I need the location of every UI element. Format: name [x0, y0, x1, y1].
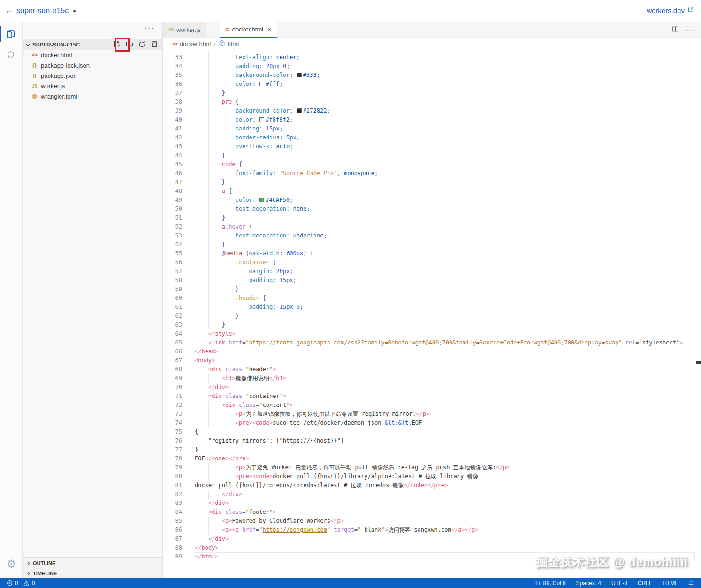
- code-line[interactable]: 81docker pull {{host}}/coredns/coredns:l…: [163, 481, 696, 490]
- vertical-scrollbar[interactable]: [696, 50, 701, 578]
- breadcrumb-symbol[interactable]: html: [219, 40, 239, 48]
- code-line[interactable]: 72 <div class="content">: [163, 401, 696, 410]
- code-line[interactable]: 48 a {: [163, 187, 696, 196]
- code-line[interactable]: 53 text-decoration: underline;: [163, 231, 696, 240]
- status-crlf[interactable]: CRLF: [638, 580, 652, 587]
- code-line[interactable]: 83 </div>: [163, 499, 696, 508]
- code-line[interactable]: 35 background-color: #333;: [163, 71, 696, 80]
- tab-docker.html[interactable]: <>docker.html×: [220, 22, 277, 38]
- code-line[interactable]: 76 "registry-mirrors": ["https://{{host}…: [163, 436, 696, 445]
- code-line[interactable]: 70 </div>: [163, 383, 696, 392]
- file-item-docker.html[interactable]: <>docker.html: [23, 50, 162, 60]
- code-line[interactable]: 41 padding: 15px;: [163, 124, 696, 133]
- code-line[interactable]: 69 <h1>镜像使用说明</h1>: [163, 374, 696, 383]
- code-line[interactable]: 55 @media (max-width: 600px) {: [163, 249, 696, 258]
- code-line[interactable]: 80 <pre><code>docker pull {{host}}/libra…: [163, 472, 696, 481]
- code-line[interactable]: 51 }: [163, 214, 696, 222]
- code-line[interactable]: 46 font-family: 'Source Code Pro', monos…: [163, 169, 696, 178]
- code-line[interactable]: 49 color: #4CAF50;: [163, 196, 696, 205]
- status-ln-89-col-8[interactable]: Ln 89, Col 8: [535, 580, 566, 587]
- workers-dev-link[interactable]: workers.dev: [647, 7, 685, 15]
- code-line[interactable]: 68 <div class="header">: [163, 365, 696, 374]
- code-line[interactable]: 39 background-color: #272822;: [163, 107, 696, 115]
- code-line[interactable]: 33 text-align: center;: [163, 53, 696, 62]
- breadcrumb-file[interactable]: <> docker.html: [173, 40, 211, 47]
- line-number: 49: [163, 196, 195, 205]
- code-line[interactable]: 61 padding: 15px 0;: [163, 303, 696, 312]
- collapse-all-icon[interactable]: [151, 41, 158, 48]
- code-line[interactable]: 75{: [163, 428, 696, 436]
- file-item-worker.js[interactable]: JSworker.js: [23, 81, 162, 91]
- code-line[interactable]: 86 <p><a href="https://songxwn.com" targ…: [163, 526, 696, 535]
- file-item-package.json[interactable]: {}package.json: [23, 70, 162, 81]
- code-line[interactable]: 63 }: [163, 321, 696, 329]
- external-link-icon[interactable]: [687, 6, 694, 15]
- file-item-package-lock.json[interactable]: {}package-lock.json: [23, 60, 162, 70]
- code-line[interactable]: 67<body>: [163, 356, 696, 365]
- code-line[interactable]: 85 <p>Powered by Cloudflare Workers</p>: [163, 517, 696, 526]
- code-line[interactable]: 77}: [163, 445, 696, 454]
- code-line[interactable]: 56 .container {: [163, 258, 696, 267]
- code-line[interactable]: 73 <p>为了加速镜像拉取，你可以使用以下命令设置 registry mirr…: [163, 410, 696, 419]
- code-line[interactable]: 54 }: [163, 240, 696, 249]
- code-line[interactable]: 40 color: #f8f8f2;: [163, 115, 696, 124]
- editor-more-actions[interactable]: ···: [686, 26, 695, 34]
- file-item-wrangler.toml[interactable]: ⚙wrangler.toml: [23, 91, 162, 101]
- code-line[interactable]: 37 }: [163, 89, 696, 98]
- tab-worker.js[interactable]: JSworker.js: [163, 22, 206, 38]
- problems-indicator[interactable]: 0 0: [7, 580, 35, 587]
- search-view-button[interactable]: [0, 47, 23, 66]
- code-line[interactable]: 44 }: [163, 151, 696, 160]
- code-line[interactable]: 71 <div class="container">: [163, 392, 696, 401]
- code-line[interactable]: 42 border-radius: 5px;: [163, 133, 696, 142]
- split-editor-icon[interactable]: [672, 26, 679, 34]
- status-utf-8[interactable]: UTF-8: [611, 580, 627, 587]
- bell-icon[interactable]: [688, 580, 694, 587]
- explorer-section-header[interactable]: SUPER-SUN-E15C: [23, 39, 162, 50]
- code-line[interactable]: 47 }: [163, 178, 696, 187]
- code-line[interactable]: 34 padding: 20px 0;: [163, 62, 696, 71]
- text-cursor: [219, 552, 220, 560]
- code-line[interactable]: 43 overflow-x: auto;: [163, 142, 696, 151]
- color-swatch: [259, 82, 264, 86]
- code-line[interactable]: 57 margin: 20px;: [163, 267, 696, 276]
- views-more-button[interactable]: ···: [144, 23, 155, 33]
- code-line[interactable]: 38 pre {: [163, 98, 696, 107]
- scrollbar-thumb[interactable]: [696, 361, 701, 364]
- timeline-section[interactable]: TIMELINE: [23, 568, 162, 578]
- project-title-link[interactable]: super-sun-e15c: [16, 7, 69, 15]
- code-line[interactable]: 66</head>: [163, 347, 696, 356]
- code-line[interactable]: 32 .footer {: [163, 50, 696, 53]
- code-line[interactable]: 45 code {: [163, 160, 696, 169]
- status-html[interactable]: HTML: [663, 580, 678, 587]
- code-line[interactable]: 88</body>: [163, 543, 696, 552]
- code-line[interactable]: 84 <div class="footer">: [163, 508, 696, 517]
- close-icon[interactable]: ×: [267, 25, 272, 33]
- code-line[interactable]: 74 <pre><code>sudo tee /etc/docker/daemo…: [163, 419, 696, 428]
- code-line[interactable]: 59 }: [163, 285, 696, 294]
- code-line[interactable]: 79 <p>为了避免 Worker 用量耗尽，你可以手动 pull 镜像然后 r…: [163, 463, 696, 472]
- outline-label: OUTLINE: [33, 560, 55, 566]
- refresh-icon[interactable]: [138, 41, 145, 48]
- code-line[interactable]: 82 </div>: [163, 490, 696, 499]
- outline-section[interactable]: OUTLINE: [23, 557, 162, 568]
- code-line[interactable]: 78EOF</code></pre>: [163, 454, 696, 463]
- sidebar-header: ···: [23, 22, 162, 39]
- new-file-button[interactable]: [113, 40, 121, 48]
- code-line[interactable]: 62 }: [163, 312, 696, 321]
- back-arrow-icon[interactable]: ←: [5, 6, 13, 15]
- new-folder-button[interactable]: [126, 40, 133, 48]
- code-line[interactable]: 65 <link href="https://fonts.googleapis.…: [163, 338, 696, 347]
- line-number: 38: [163, 98, 195, 107]
- code-line[interactable]: 60 .header {: [163, 294, 696, 303]
- code-editor[interactable]: 32 .footer {33 text-align: center;34 pad…: [163, 50, 696, 578]
- explorer-view-button[interactable]: [0, 25, 23, 44]
- code-line[interactable]: 64 </style>: [163, 329, 696, 338]
- status-spaces-4[interactable]: Spaces: 4: [576, 580, 601, 587]
- code-line[interactable]: 50 text-decoration: none;: [163, 205, 696, 214]
- code-line[interactable]: 36 color: #fff;: [163, 80, 696, 89]
- code-line[interactable]: 58 padding: 15px;: [163, 276, 696, 285]
- code-line[interactable]: 87 </div>: [163, 535, 696, 543]
- settings-gear-button[interactable]: ⚙: [0, 555, 23, 573]
- code-line[interactable]: 52 a:hover {: [163, 222, 696, 231]
